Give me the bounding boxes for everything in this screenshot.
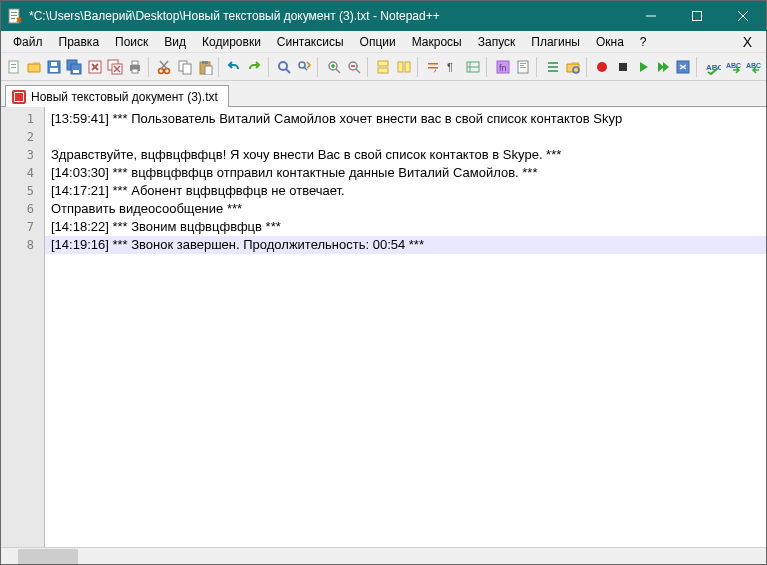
- indent-guide-icon[interactable]: [464, 56, 482, 78]
- maximize-button[interactable]: [674, 1, 720, 31]
- line-number: 2: [1, 128, 44, 146]
- svg-line-41: [336, 69, 340, 73]
- zoom-in-icon[interactable]: [325, 56, 343, 78]
- undo-icon[interactable]: [225, 56, 243, 78]
- line-number-gutter: 12345678: [1, 107, 45, 547]
- svg-rect-9: [11, 64, 16, 65]
- svg-rect-13: [51, 62, 57, 66]
- svg-text:fn: fn: [499, 63, 507, 73]
- svg-rect-16: [73, 70, 79, 73]
- close-all-icon[interactable]: [106, 56, 124, 78]
- svg-line-45: [356, 69, 360, 73]
- sync-v-icon[interactable]: [374, 56, 392, 78]
- scrollbar-thumb[interactable]: [18, 549, 78, 564]
- toolbar: ¶fnABCABCABC: [1, 53, 766, 81]
- replace-icon[interactable]: [295, 56, 313, 78]
- close-icon[interactable]: [86, 56, 104, 78]
- code-line[interactable]: Отправить видеосообщение ***: [45, 200, 766, 218]
- app-icon: [7, 8, 23, 24]
- svg-point-27: [159, 68, 164, 73]
- svg-rect-51: [428, 63, 438, 65]
- spell-icon[interactable]: ABC: [703, 56, 721, 78]
- menu-language[interactable]: Синтаксисы: [269, 33, 352, 51]
- find-icon[interactable]: [275, 56, 293, 78]
- stop-icon[interactable]: [613, 56, 631, 78]
- code-line[interactable]: Здравствуйте, вцфвцфвфцв! Я хочу внести …: [45, 146, 766, 164]
- svg-rect-68: [619, 63, 627, 71]
- lang-icon[interactable]: fn: [494, 56, 512, 78]
- svg-rect-3: [11, 18, 15, 19]
- svg-rect-60: [520, 63, 526, 64]
- print-icon[interactable]: [126, 56, 144, 78]
- menu-help[interactable]: ?: [632, 33, 655, 51]
- menu-settings[interactable]: Опции: [352, 33, 404, 51]
- copy-icon[interactable]: [176, 56, 194, 78]
- window-controls: [628, 1, 766, 31]
- zoom-out-icon[interactable]: [345, 56, 363, 78]
- code-line[interactable]: [45, 128, 766, 146]
- horizontal-scrollbar[interactable]: [1, 547, 766, 564]
- new-file-icon[interactable]: [5, 56, 23, 78]
- line-number: 3: [1, 146, 44, 164]
- tab-dirty-icon: [12, 90, 26, 104]
- line-number: 7: [1, 218, 44, 236]
- file-tab[interactable]: Новый текстовый документ (3).txt: [5, 85, 229, 107]
- tab-label: Новый текстовый документ (3).txt: [31, 90, 218, 104]
- code-area[interactable]: [13:59:41] *** Пользователь Виталий Само…: [45, 107, 766, 547]
- code-line[interactable]: [14:18:22] *** Звоним вцфвцфвфцв ***: [45, 218, 766, 236]
- doc-map-icon[interactable]: [514, 56, 532, 78]
- folder-icon[interactable]: [564, 56, 582, 78]
- line-number: 8: [1, 236, 44, 254]
- svg-line-37: [286, 69, 290, 73]
- menu-search[interactable]: Поиск: [107, 33, 156, 51]
- code-line[interactable]: [14:03:30] *** вцфвцфвфцв отправил конта…: [45, 164, 766, 182]
- play-icon[interactable]: [634, 56, 652, 78]
- open-file-icon[interactable]: [25, 56, 43, 78]
- minimize-button[interactable]: [628, 1, 674, 31]
- svg-text:¶: ¶: [447, 61, 453, 73]
- tabbar: Новый текстовый документ (3).txt: [1, 81, 766, 107]
- svg-rect-47: [378, 61, 388, 66]
- svg-rect-34: [202, 61, 208, 64]
- code-line[interactable]: [14:19:16] *** Звонок завершен. Продолжи…: [45, 236, 766, 254]
- save-all-icon[interactable]: [65, 56, 83, 78]
- svg-rect-65: [548, 70, 558, 72]
- window-title: *C:\Users\Валерий\Desktop\Новый текстовы…: [29, 9, 628, 23]
- menu-edit[interactable]: Правка: [51, 33, 108, 51]
- svg-rect-2: [11, 15, 17, 16]
- spell-prev-icon[interactable]: ABC: [744, 56, 762, 78]
- svg-rect-26: [132, 69, 138, 73]
- close-button[interactable]: [720, 1, 766, 31]
- svg-rect-49: [398, 62, 403, 72]
- play-multi-icon[interactable]: [654, 56, 672, 78]
- menu-macro[interactable]: Макросы: [404, 33, 470, 51]
- menu-run[interactable]: Запуск: [470, 33, 524, 51]
- save-macro-icon[interactable]: [674, 56, 692, 78]
- redo-icon[interactable]: [245, 56, 263, 78]
- save-icon[interactable]: [45, 56, 63, 78]
- svg-text:ABC: ABC: [726, 62, 741, 69]
- menu-encoding[interactable]: Кодировки: [194, 33, 269, 51]
- menu-window[interactable]: Окна: [588, 33, 632, 51]
- spell-next-icon[interactable]: ABC: [724, 56, 742, 78]
- all-chars-icon[interactable]: ¶: [444, 56, 462, 78]
- cut-icon[interactable]: [155, 56, 173, 78]
- svg-point-36: [279, 62, 287, 70]
- svg-rect-5: [693, 12, 702, 21]
- svg-rect-62: [520, 67, 526, 68]
- svg-rect-52: [428, 67, 438, 69]
- menu-view[interactable]: Вид: [156, 33, 194, 51]
- titlebar: *C:\Users\Валерий\Desktop\Новый текстовы…: [1, 1, 766, 31]
- menu-file[interactable]: Файл: [5, 33, 51, 51]
- wrap-icon[interactable]: [424, 56, 442, 78]
- paste-icon[interactable]: [196, 56, 214, 78]
- code-line[interactable]: [13:59:41] *** Пользователь Виталий Само…: [45, 110, 766, 128]
- func-list-icon[interactable]: [544, 56, 562, 78]
- menu-extra-x[interactable]: X: [733, 32, 762, 52]
- record-icon[interactable]: [593, 56, 611, 78]
- sync-h-icon[interactable]: [395, 56, 413, 78]
- svg-point-28: [165, 68, 170, 73]
- svg-rect-25: [132, 61, 138, 65]
- code-line[interactable]: [14:17:21] *** Абонент вцфвцфвфцв не отв…: [45, 182, 766, 200]
- menu-plugins[interactable]: Плагины: [523, 33, 588, 51]
